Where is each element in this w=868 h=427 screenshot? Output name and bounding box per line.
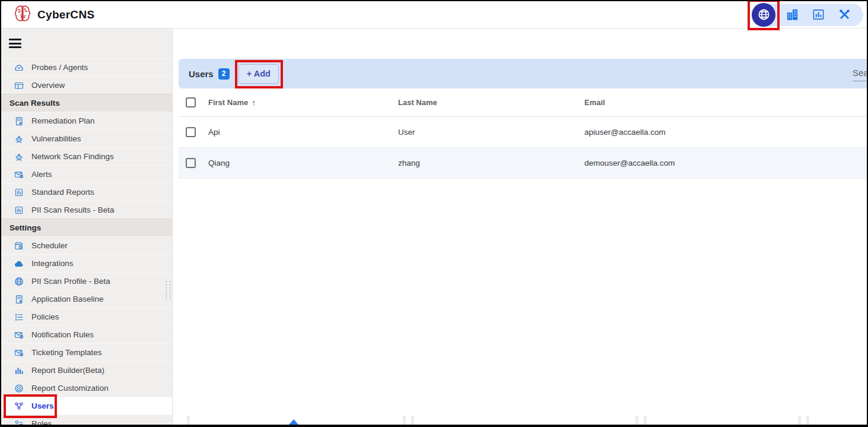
globe-button[interactable] <box>752 3 775 27</box>
sidebar-item-pii-scan-profile-beta[interactable]: PII Scan Profile - Beta <box>1 272 172 290</box>
column-divider <box>798 416 801 425</box>
target-icon <box>14 384 24 393</box>
bar-chart-icon <box>812 8 825 21</box>
sidebar-item-label: Remediation Plan <box>31 116 95 125</box>
sidebar-item-vulnerabilities[interactable]: Vulnerabilities <box>1 129 172 147</box>
row-checkbox[interactable] <box>186 127 196 137</box>
sidebar-item-report-builder-beta[interactable]: Report Builder(Beta) <box>1 361 172 379</box>
mail-alert-icon <box>14 170 24 179</box>
tools-button[interactable] <box>831 4 857 26</box>
sidebar-item-probes-agents[interactable]: Probes / Agents <box>1 58 172 76</box>
sidebar-item-standard-reports[interactable]: Standard Reports <box>1 183 172 201</box>
sidebar: Probes / AgentsOverviewScan ResultsRemed… <box>1 29 173 425</box>
sidebar-item-label: Scheduler <box>31 241 68 250</box>
column-divider <box>411 416 414 425</box>
cell-email: demouser@accaella.com <box>580 159 867 167</box>
document-user-icon <box>14 116 24 126</box>
cell-first-name: Api <box>204 128 393 137</box>
sidebar-item-users[interactable]: Users <box>1 397 172 415</box>
sidebar-item-label: Report Builder(Beta) <box>31 366 104 375</box>
sidebar-item-label: Standard Reports <box>31 188 94 197</box>
sidebar-resize-handle[interactable] <box>164 280 172 301</box>
sidebar-item-integrations[interactable]: Integrations <box>1 254 172 272</box>
row-checkbox[interactable] <box>186 158 196 168</box>
brain-logo-icon <box>13 4 32 26</box>
sidebar-item-label: Integrations <box>31 259 74 268</box>
tools-icon <box>838 8 851 21</box>
table-body: ApiUserapiuser@accaella.comQiangzhangdem… <box>179 117 867 179</box>
section-label: Scan Results <box>9 99 60 107</box>
app-window: CyberCNS Probes / AgentsOverviewScan Res… <box>0 0 868 427</box>
mail-alert-icon <box>14 330 24 340</box>
sidebar-section-settings: Settings <box>1 219 172 236</box>
add-user-button[interactable]: + Add <box>239 64 279 84</box>
cloud-filled-icon <box>14 259 24 268</box>
section-label: Settings <box>9 223 41 232</box>
sidebar-item-label: Ticketing Templates <box>31 348 102 357</box>
buildings-button[interactable] <box>779 4 805 26</box>
sidebar-item-network-scan-findings[interactable]: Network Scan Findings <box>1 147 172 165</box>
select-all-checkbox[interactable] <box>186 97 196 107</box>
dashboard-icon <box>14 81 24 90</box>
column-header-email[interactable]: Email <box>580 98 867 107</box>
sidebar-item-report-customization[interactable]: Report Customization <box>1 379 172 397</box>
hamburger-icon <box>9 37 21 50</box>
column-header-last-name[interactable]: Last Name <box>393 98 580 107</box>
sidebar-item-overview[interactable]: Overview <box>1 76 172 94</box>
top-bar: CyberCNS <box>1 1 867 29</box>
sidebar-item-label: Roles <box>31 419 52 425</box>
sidebar-toggle-button[interactable] <box>1 29 172 58</box>
table-header-row: First Name↑Last NameEmail <box>179 88 867 117</box>
list-icon <box>14 312 24 322</box>
sidebar-item-scheduler[interactable]: Scheduler <box>1 236 172 254</box>
search-input[interactable] <box>853 67 867 81</box>
app-body: Probes / AgentsOverviewScan ResultsRemed… <box>1 29 867 425</box>
column-divider <box>187 416 190 425</box>
people-network-icon <box>14 401 24 411</box>
sidebar-item-pii-scan-results-beta[interactable]: PII Scan Results - Beta <box>1 201 172 219</box>
sidebar-item-label: Alerts <box>31 170 52 179</box>
column-divider <box>806 416 809 425</box>
sidebar-item-notification-rules[interactable]: Notification Rules <box>1 325 172 343</box>
bug-icon <box>14 152 24 162</box>
column-header-label: First Name <box>208 98 248 107</box>
globe-icon <box>757 8 771 21</box>
person-list-icon <box>14 419 24 425</box>
brand-logo[interactable]: CyberCNS <box>13 4 94 26</box>
table-row[interactable]: Qiangzhangdemouser@accaella.com <box>179 148 867 179</box>
sidebar-nav: Probes / AgentsOverviewScan ResultsRemed… <box>1 58 172 425</box>
cell-first-name: Qiang <box>204 159 393 167</box>
report-icon <box>14 205 24 215</box>
buildings-icon <box>786 8 799 21</box>
sidebar-item-application-baseline[interactable]: Application Baseline <box>1 290 172 308</box>
sidebar-item-label: Report Customization <box>31 384 109 393</box>
sidebar-section-scan-results: Scan Results <box>1 94 172 112</box>
column-header-first-name[interactable]: First Name↑ <box>204 98 393 107</box>
sidebar-item-label: Vulnerabilities <box>31 134 81 143</box>
sidebar-item-label: PII Scan Profile - Beta <box>31 277 110 286</box>
brand-name: CyberCNS <box>37 8 94 21</box>
bottom-panel-strip <box>173 416 867 425</box>
sidebar-item-remediation-plan[interactable]: Remediation Plan <box>1 112 172 129</box>
sidebar-item-ticketing-templates[interactable]: Ticketing Templates <box>1 343 172 361</box>
sidebar-item-alerts[interactable]: Alerts <box>1 165 172 183</box>
bar-chart-button[interactable] <box>805 4 831 26</box>
table-row[interactable]: ApiUserapiuser@accaella.com <box>179 117 867 148</box>
sort-asc-icon: ↑ <box>252 98 256 107</box>
sidebar-item-label: PII Scan Results - Beta <box>31 205 115 214</box>
report-icon <box>14 188 24 197</box>
search-field-wrap <box>853 67 867 81</box>
sidebar-item-policies[interactable]: Policies <box>1 308 172 325</box>
bottom-panel-arrow-icon <box>289 419 298 425</box>
sidebar-item-label: Application Baseline <box>31 295 104 303</box>
document-user-icon <box>14 295 24 304</box>
user-count-badge: 2 <box>218 68 230 80</box>
users-toolbar: Users 2 + Add <box>179 59 867 88</box>
mail-alert-icon <box>14 348 24 358</box>
cloud-sync-icon <box>14 63 24 72</box>
sidebar-item-roles[interactable]: Roles <box>1 415 172 425</box>
header-icon-group <box>752 4 863 26</box>
calendar-clock-icon <box>14 241 24 251</box>
page-title: Users <box>189 69 214 79</box>
column-divider <box>644 416 647 425</box>
